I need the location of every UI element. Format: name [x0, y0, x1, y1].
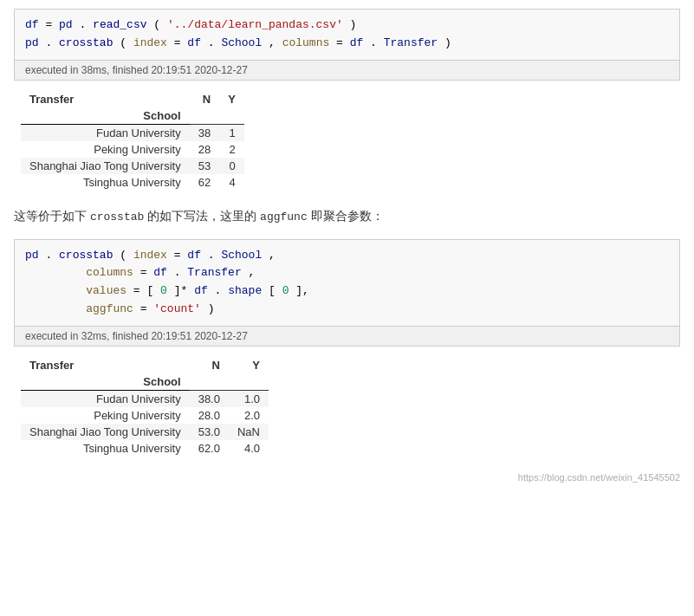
y-value-cell: 2 — [219, 141, 244, 158]
code-token: pd — [25, 249, 39, 262]
code-token: df — [187, 249, 201, 262]
code-token: . — [79, 18, 86, 31]
table-2-body: Fudan University 38.0 1.0 Peking Univers… — [21, 390, 269, 457]
code-token: . — [208, 36, 215, 49]
code-token: Transfer — [187, 266, 241, 279]
code-token: = — [140, 266, 154, 279]
code-token: df — [153, 266, 167, 279]
school-n-spacer-2 — [190, 373, 229, 391]
code-token: index — [133, 249, 167, 262]
code-token: columns — [282, 36, 330, 49]
transfer-header-row: Transfer N Y — [21, 91, 244, 107]
code-token: , — [269, 249, 276, 262]
table-row: Shanghai Jiao Tong University 53.0 NaN — [21, 424, 269, 440]
code-token — [25, 284, 79, 297]
school-name-cell: Tsinghua University — [21, 174, 190, 191]
table-row: Fudan University 38 1 — [21, 124, 244, 141]
school-name-cell: Shanghai Jiao Tong University — [21, 158, 190, 174]
code-token: crosstab — [59, 249, 113, 262]
school-name-cell: Fudan University — [21, 124, 190, 141]
school-n-spacer — [190, 107, 219, 125]
code-token: . — [215, 284, 222, 297]
n-value-cell: 53.0 — [190, 424, 229, 440]
table-1-body: Fudan University 38 1 Peking University … — [21, 124, 244, 191]
code-line-1: df = pd . read_csv ( '../data/learn_pand… — [25, 16, 669, 35]
school-name-cell: Peking University — [21, 407, 190, 424]
school-header-row: School — [21, 107, 244, 125]
code-line-4: columns = df . Transfer , — [25, 264, 669, 282]
code-block-1: df = pd . read_csv ( '../data/learn_pand… — [14, 9, 680, 61]
code-token: columns — [86, 266, 133, 279]
school-y-spacer-2 — [229, 373, 269, 391]
code-token: = [ — [133, 284, 153, 297]
school-y-spacer — [219, 107, 244, 125]
code-token: [ — [269, 284, 276, 297]
code-line-3: pd . crosstab ( index = df . School , — [25, 247, 669, 265]
school-label-2: School — [21, 373, 190, 391]
inline-code-crosstab: crosstab — [90, 211, 144, 224]
n-value-cell: 53 — [190, 158, 219, 174]
table-section-1: Transfer N Y School Fudan University 38 … — [14, 91, 680, 191]
school-label: School — [21, 107, 190, 125]
table-row: Peking University 28 2 — [21, 141, 244, 158]
table-row: Tsinghua University 62 4 — [21, 174, 244, 191]
table-row: Tsinghua University 62.0 4.0 — [21, 440, 269, 457]
n-value-cell: 38 — [190, 124, 219, 141]
transfer-header-row-2: Transfer N Y — [21, 357, 269, 373]
code-token — [25, 302, 79, 315]
code-token: read_csv — [93, 18, 146, 31]
n-value-cell: 38.0 — [190, 390, 229, 407]
code-token: , — [269, 36, 282, 49]
code-token: , — [249, 266, 256, 279]
explanation-paragraph: 这等价于如下 crosstab 的如下写法，这里的 aggfunc 即聚合参数： — [14, 206, 680, 227]
code-token: Transfer — [384, 36, 438, 49]
y-value-cell: 1.0 — [229, 390, 269, 407]
code-token — [25, 266, 79, 279]
y-value-cell: 0 — [219, 158, 244, 174]
code-line-5: values = [ 0 ]* df . shape [ 0 ], — [25, 282, 669, 301]
code-token: df — [187, 36, 201, 49]
n-value-cell: 28 — [190, 141, 219, 158]
y-value-cell: 1 — [219, 124, 244, 141]
code-token: . — [45, 249, 52, 262]
code-token: pd — [59, 18, 73, 31]
code-token: ( — [153, 18, 160, 31]
code-token: df — [25, 18, 39, 31]
code-token: = — [174, 36, 188, 49]
code-token: shape — [228, 284, 262, 297]
table-section-2: Transfer N Y School Fudan University 38.… — [14, 357, 680, 457]
table-row: Peking University 28.0 2.0 — [21, 407, 269, 424]
school-name-cell: Peking University — [21, 141, 190, 158]
data-table-1: Transfer N Y School Fudan University 38 … — [21, 91, 244, 191]
code-token: . — [174, 266, 181, 279]
code-token: aggfunc — [86, 302, 133, 315]
n-label-2: N — [190, 357, 229, 373]
code-token: School — [221, 249, 262, 262]
code-token: 0 — [282, 284, 289, 297]
y-label-2: Y — [229, 357, 269, 373]
code-token: 'count' — [153, 302, 201, 315]
code-token: df — [194, 284, 208, 297]
transfer-label-2: Transfer — [21, 357, 190, 373]
code-token: ) — [208, 302, 215, 315]
code-token: pd — [25, 36, 39, 49]
data-table-2: Transfer N Y School Fudan University 38.… — [21, 357, 269, 457]
n-value-cell: 62.0 — [190, 440, 229, 457]
code-token: . — [208, 249, 215, 262]
n-value-cell: 62 — [190, 174, 219, 191]
school-name-cell: Tsinghua University — [21, 440, 190, 457]
y-value-cell: 2.0 — [229, 407, 269, 424]
code-token: ]* — [174, 284, 188, 297]
code-token: = — [45, 18, 59, 31]
code-token: School — [221, 36, 262, 49]
y-value-cell: NaN — [229, 424, 269, 440]
table-row: Fudan University 38.0 1.0 — [21, 390, 269, 407]
code-token: values — [86, 284, 126, 297]
school-name-cell: Shanghai Jiao Tong University — [21, 424, 190, 440]
code-token: ( — [120, 249, 126, 262]
y-label: Y — [219, 91, 244, 107]
code-token: df — [350, 36, 364, 49]
code-token: '../data/learn_pandas.csv' — [167, 18, 343, 31]
code-line-6: aggfunc = 'count' ) — [25, 301, 669, 319]
code-token: ) — [350, 18, 357, 31]
